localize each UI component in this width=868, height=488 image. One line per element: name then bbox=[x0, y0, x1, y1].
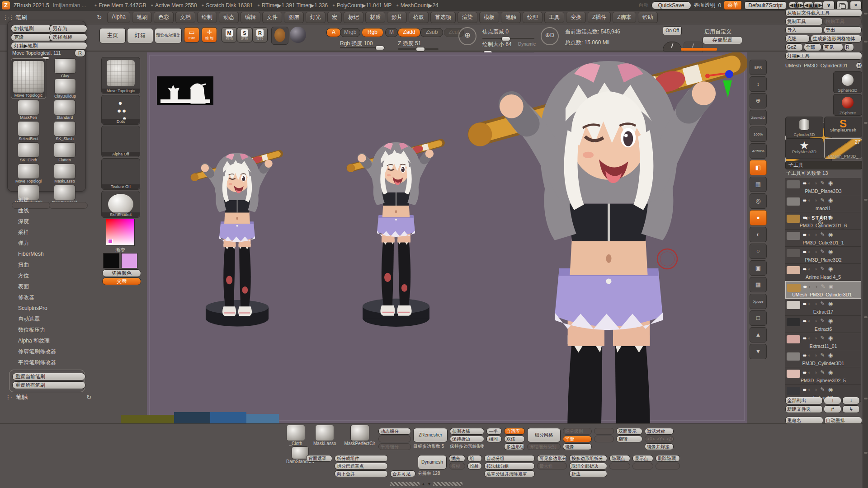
uv-icon[interactable]: ◐ bbox=[808, 197, 811, 203]
polypaint-icon[interactable]: ●● bbox=[802, 197, 805, 203]
subtool-up-button[interactable]: ↑ bbox=[824, 397, 841, 404]
brush-icon[interactable]: ✎ bbox=[821, 249, 825, 255]
brush-cell[interactable]: Standard bbox=[47, 100, 82, 120]
right-shelf-button[interactable]: AC50% bbox=[750, 143, 767, 159]
geo-button[interactable]: 分辨率 128 bbox=[418, 470, 447, 477]
enable-custom-label[interactable]: 启用自定义 bbox=[704, 28, 731, 36]
brush-cell[interactable]: SelectRect bbox=[11, 121, 46, 141]
brush-icon[interactable]: ✎ bbox=[821, 318, 825, 324]
right-shelf-button[interactable]: ▣ bbox=[750, 260, 767, 276]
rotate-button[interactable]: R旋转 bbox=[252, 27, 268, 42]
geo-button[interactable]: 最大角 bbox=[537, 463, 567, 469]
main-color-swatch[interactable] bbox=[103, 253, 119, 268]
tool-button[interactable]: 导入 bbox=[785, 26, 823, 34]
tool-button[interactable]: 生成多边形网格物体 bbox=[811, 35, 862, 42]
edge-tick[interactable] bbox=[864, 41, 868, 42]
geo-button[interactable]: 隐藏点 bbox=[609, 455, 630, 462]
eye-icon[interactable]: ◉ bbox=[828, 352, 833, 358]
new-folder-button[interactable]: 新建文件夹 bbox=[785, 405, 823, 413]
menu-tab[interactable]: 灯光 bbox=[306, 12, 326, 23]
store-config-button[interactable]: 存储配置 bbox=[703, 36, 742, 44]
menu-tab[interactable]: 纹理 bbox=[523, 12, 542, 23]
menu-tab[interactable]: 工具 bbox=[544, 12, 564, 23]
brush-cell[interactable]: MaskLasso bbox=[47, 164, 82, 184]
geo-button[interactable]: 动态细分 bbox=[378, 428, 411, 435]
menu-tab[interactable]: 色彩 bbox=[154, 12, 174, 23]
half-icon[interactable]: ◑ bbox=[814, 387, 817, 392]
geo-button[interactable]: 拆分成组件 bbox=[335, 455, 388, 462]
subtool-row[interactable]: ●●◐◑✎◉ Extract6 bbox=[785, 316, 861, 333]
preview-boolean-button[interactable]: 预览布尔渲染 bbox=[155, 28, 182, 43]
uv-icon[interactable]: ◐ bbox=[808, 370, 811, 375]
uv-icon[interactable]: ◐ bbox=[808, 180, 811, 186]
right-shelf-button[interactable]: BPR bbox=[750, 60, 767, 75]
menu-button[interactable]: 菜单 bbox=[724, 0, 742, 10]
half-icon[interactable]: ◑ bbox=[815, 284, 818, 289]
polypaint-icon[interactable]: ●● bbox=[802, 335, 805, 341]
tool-r-button[interactable]: R bbox=[856, 62, 862, 69]
scroll-up-icon[interactable]: ▲ bbox=[421, 482, 425, 486]
mode-mrgb-button[interactable]: Mrgb bbox=[340, 28, 360, 37]
geo-button[interactable] bbox=[609, 463, 630, 469]
geo-button[interactable] bbox=[594, 436, 614, 442]
draw-size-slider[interactable]: 绘制大小 64 bbox=[482, 41, 512, 48]
uv-icon[interactable]: ◐ bbox=[808, 232, 811, 237]
subtool-row[interactable]: ●●◐◑✎◉ ◄ START 25 PM3D_Cylinder3D1_6 bbox=[785, 212, 861, 230]
subtool-row[interactable]: ●●◐◑✎◉ PM3D_Plane3D3 bbox=[785, 178, 861, 195]
geo-button[interactable]: 显示点 bbox=[632, 455, 653, 462]
geo-button[interactable]: 合并可见 bbox=[390, 470, 415, 477]
polypaint-icon[interactable]: ●● bbox=[802, 180, 805, 186]
refresh-icon[interactable]: ↻ bbox=[97, 14, 102, 21]
z-intensity-slider[interactable]: Z 强度 51 bbox=[398, 40, 421, 47]
polypaint-icon[interactable]: ●● bbox=[802, 318, 805, 324]
tray-nav-button[interactable]: ▣▶ bbox=[813, 2, 823, 8]
menu-tab[interactable]: 标记 bbox=[344, 12, 363, 23]
color-picker[interactable] bbox=[106, 219, 135, 246]
half-icon[interactable]: ◑ bbox=[814, 197, 817, 203]
right-shelf-button[interactable]: ◐ bbox=[750, 227, 767, 242]
half-icon[interactable]: ◑ bbox=[814, 370, 817, 375]
half-icon[interactable]: ◑ bbox=[814, 318, 817, 324]
brush-cell[interactable]: SK_Slash bbox=[47, 121, 82, 141]
menu-tab[interactable]: 笔触 bbox=[501, 12, 521, 23]
uv-icon[interactable]: ◐ bbox=[808, 284, 811, 289]
half-icon[interactable]: ◑ bbox=[814, 232, 817, 237]
eye-icon[interactable]: ◉ bbox=[828, 266, 833, 272]
geo-button[interactable]: 抛光 bbox=[449, 455, 465, 462]
menu-tab[interactable]: Z插件 bbox=[588, 12, 611, 23]
brush-icon[interactable]: ✎ bbox=[821, 386, 825, 393]
focal-shift-track[interactable] bbox=[482, 38, 534, 39]
subtool-down-button[interactable]: ↓ bbox=[842, 397, 860, 404]
brush-section-item[interactable]: 方位 bbox=[7, 270, 89, 281]
bottom-scrollbar[interactable]: ▲ ▼ bbox=[390, 482, 462, 486]
geo-button[interactable]: 保持多边形绘制数 5 bbox=[450, 443, 484, 450]
subtool-count-slider[interactable]: 子工具可见数量 13 bbox=[786, 170, 828, 177]
scroll-hatch-right[interactable] bbox=[433, 482, 462, 486]
geo-button[interactable] bbox=[656, 463, 680, 469]
quicksave-button[interactable]: QuickSave bbox=[651, 1, 691, 9]
menu-tab[interactable]: 拾取 bbox=[409, 12, 429, 23]
lightbox-button[interactable]: 灯箱 bbox=[127, 28, 153, 43]
brush-section-item[interactable]: 弹力 bbox=[7, 238, 89, 249]
geo-button[interactable]: 镜像 bbox=[563, 443, 592, 450]
tray-nav-button[interactable]: ◀▣ bbox=[804, 2, 813, 8]
right-shelf-button[interactable]: ◎ bbox=[750, 193, 767, 209]
load-brush-button[interactable]: 加载笔刷 bbox=[11, 25, 52, 33]
brush-section-item[interactable]: 数位板压力 bbox=[7, 324, 89, 335]
alpha-cell[interactable]: Alpha Off bbox=[101, 126, 140, 157]
menu-tab[interactable]: 文件 bbox=[262, 12, 282, 23]
tool-button[interactable]: 克隆 bbox=[785, 35, 810, 42]
dynamic-label[interactable]: Dynamic bbox=[518, 42, 536, 47]
reset-current-brush-button[interactable]: 重置当前笔刷 bbox=[12, 373, 85, 380]
menu-tab[interactable]: 模板 bbox=[479, 12, 499, 23]
z-intensity-track[interactable] bbox=[398, 48, 439, 50]
edge-tick[interactable] bbox=[864, 199, 868, 201]
subtool-row[interactable]: ●●◐◑✎◉ PM3D_Sphere3D2_5 bbox=[785, 367, 861, 385]
geo-button[interactable]: 一半 bbox=[486, 428, 502, 435]
menu-tab[interactable]: 文档 bbox=[175, 12, 195, 23]
right-shelf-button[interactable]: ⊕ bbox=[750, 93, 767, 108]
right-shelf-button[interactable]: □ bbox=[750, 310, 767, 326]
uv-icon[interactable]: ◐ bbox=[808, 387, 811, 392]
brush-section-item[interactable]: 创建 bbox=[7, 194, 89, 205]
menu-tab[interactable]: 动态 bbox=[219, 12, 239, 23]
